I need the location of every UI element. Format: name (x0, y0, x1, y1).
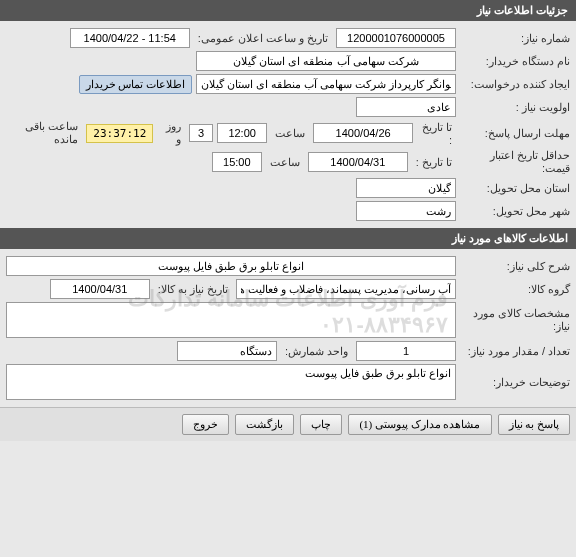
general-desc-field[interactable] (6, 256, 456, 276)
label-announce-datetime: تاریخ و ساعت اعلان عمومی: (194, 32, 332, 45)
label-hour-2: ساعت (266, 156, 304, 169)
days-remaining-box: 3 (189, 124, 213, 142)
province-field[interactable] (356, 178, 456, 198)
print-button[interactable]: چاپ (300, 414, 342, 435)
goods-info-section: فرم آوری اطلاعات سامانه تدارکات ۰۲۱-۸۸۳۴… (0, 249, 576, 407)
view-attachments-button[interactable]: مشاهده مدارک پیوستی (1) (348, 414, 491, 435)
priority-field[interactable] (356, 97, 456, 117)
label-need-date: تاریخ نیاز به کالا: (154, 283, 232, 296)
announce-datetime-field[interactable] (70, 28, 190, 48)
label-buyer-org: نام دستگاه خریدار: (460, 55, 570, 68)
validity-time-field[interactable] (212, 152, 262, 172)
panel-header-need-info: جزئیات اطلاعات نیاز (0, 0, 576, 21)
panel-header-goods-info: اطلاعات کالاهای مورد نیاز (0, 228, 576, 249)
countdown-timer: 23:37:12 (86, 124, 153, 143)
label-delivery-province: استان محل تحویل: (460, 182, 570, 195)
label-goods-group: گروه کالا: (460, 283, 570, 296)
label-min-validity: حداقل تاریخ اعتبار قیمت: (460, 149, 570, 175)
label-unit: واحد شمارش: (281, 345, 352, 358)
label-days-and: روز و (157, 120, 185, 146)
deadline-time-field[interactable] (217, 123, 267, 143)
validity-date-field[interactable] (308, 152, 408, 172)
label-qty: تعداد / مقدار مورد نیاز: (460, 345, 570, 358)
label-general-desc: شرح کلی نیاز: (460, 260, 570, 273)
label-time-remaining: ساعت باقی مانده (6, 120, 82, 146)
buyer-org-field[interactable] (196, 51, 456, 71)
label-need-number: شماره نیاز: (460, 32, 570, 45)
exit-button[interactable]: خروج (182, 414, 229, 435)
label-response-deadline: مهلت ارسال پاسخ: (460, 127, 570, 140)
label-priority: اولویت نیاز : (460, 101, 570, 114)
respond-button[interactable]: پاسخ به نیاز (498, 414, 571, 435)
label-request-creator: ایجاد کننده درخواست: (460, 78, 570, 91)
unit-field[interactable] (177, 341, 277, 361)
label-until-date-2: تا تاریخ : (412, 156, 456, 169)
city-field[interactable] (356, 201, 456, 221)
label-goods-spec: مشخصات کالای مورد نیاز: (460, 307, 570, 333)
deadline-date-field[interactable] (313, 123, 413, 143)
need-date-field[interactable] (50, 279, 150, 299)
buyer-notes-field[interactable] (6, 364, 456, 400)
buyer-contact-button[interactable]: اطلاعات تماس خریدار (79, 75, 193, 94)
request-creator-field[interactable] (196, 74, 456, 94)
label-until-date-1: تا تاریخ : (417, 121, 456, 146)
need-info-section: شماره نیاز: تاریخ و ساعت اعلان عمومی: نا… (0, 21, 576, 228)
goods-group-field[interactable] (236, 279, 456, 299)
label-hour-1: ساعت (271, 127, 309, 140)
goods-spec-field[interactable] (6, 302, 456, 338)
label-delivery-city: شهر محل تحویل: (460, 205, 570, 218)
back-button[interactable]: بازگشت (235, 414, 294, 435)
qty-field[interactable] (356, 341, 456, 361)
button-bar: پاسخ به نیاز مشاهده مدارک پیوستی (1) چاپ… (0, 407, 576, 441)
label-buyer-notes: توضیحات خریدار: (460, 376, 570, 389)
need-number-field[interactable] (336, 28, 456, 48)
